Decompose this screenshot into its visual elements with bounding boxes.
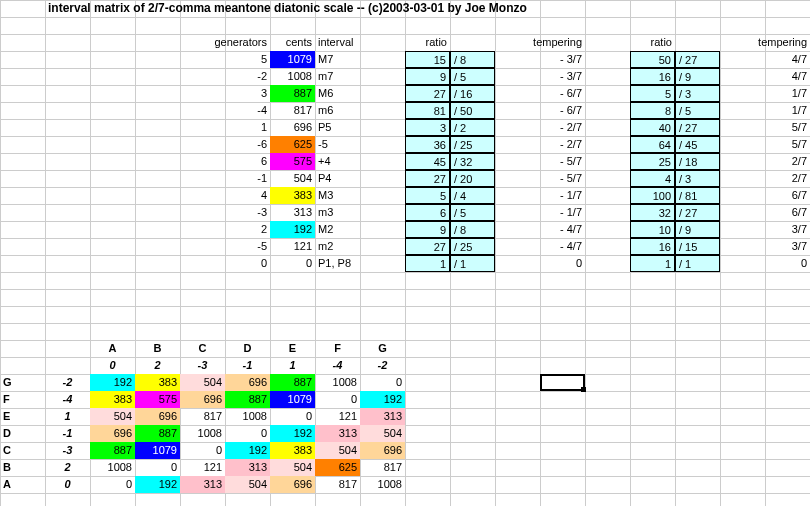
matrix-cell[interactable]: 625 — [315, 459, 360, 476]
ratio2-temp[interactable]: 5/7 — [720, 136, 810, 153]
ratio1-den[interactable]: / 2 — [450, 119, 495, 136]
matrix-cell[interactable]: 696 — [180, 391, 225, 408]
ratio1-num[interactable]: 15 — [405, 51, 450, 68]
ratio2-den[interactable]: / 27 — [675, 51, 720, 68]
ratio1-temp[interactable]: 0 — [495, 255, 585, 272]
ratio2-temp[interactable]: 0 — [720, 255, 810, 272]
ratio1-temp[interactable]: - 5/7 — [495, 153, 585, 170]
cents-value[interactable]: 504 — [270, 170, 315, 187]
ratio2-num[interactable]: 10 — [630, 221, 675, 238]
matrix-cell[interactable]: 192 — [135, 476, 180, 493]
matrix-cell[interactable]: 696 — [270, 476, 315, 493]
cents-value[interactable]: 887 — [270, 85, 315, 102]
matrix-cell[interactable]: 504 — [270, 459, 315, 476]
interval-name[interactable]: -5 — [315, 136, 405, 153]
ratio2-den[interactable]: / 9 — [675, 221, 720, 238]
matrix-col-label[interactable]: D — [225, 340, 270, 357]
interval-name[interactable]: m3 — [315, 204, 405, 221]
gen-value[interactable]: -6 — [225, 136, 270, 153]
ratio1-temp[interactable]: - 1/7 — [495, 187, 585, 204]
ratio2-temp[interactable]: 6/7 — [720, 204, 810, 221]
matrix-col-num[interactable]: 1 — [270, 357, 315, 374]
ratio1-num[interactable]: 9 — [405, 68, 450, 85]
matrix-cell[interactable]: 1008 — [360, 476, 405, 493]
matrix-cell[interactable]: 313 — [180, 476, 225, 493]
matrix-cell[interactable]: 1008 — [225, 408, 270, 425]
matrix-cell[interactable]: 504 — [360, 425, 405, 442]
matrix-col-label[interactable]: B — [135, 340, 180, 357]
cents-value[interactable]: 1008 — [270, 68, 315, 85]
ratio1-den[interactable]: / 5 — [450, 68, 495, 85]
matrix-cell[interactable]: 887 — [135, 425, 180, 442]
matrix-col-num[interactable]: 0 — [90, 357, 135, 374]
ratio1-den[interactable]: / 8 — [450, 221, 495, 238]
matrix-col-label[interactable]: C — [180, 340, 225, 357]
ratio1-num[interactable]: 27 — [405, 85, 450, 102]
interval-name[interactable]: M7 — [315, 51, 405, 68]
matrix-cell[interactable]: 383 — [90, 391, 135, 408]
gen-value[interactable]: 2 — [225, 221, 270, 238]
matrix-cell[interactable]: 192 — [225, 442, 270, 459]
ratio1-num[interactable]: 36 — [405, 136, 450, 153]
cents-value[interactable]: 121 — [270, 238, 315, 255]
ratio1-den[interactable]: / 5 — [450, 204, 495, 221]
matrix-row-label[interactable]: G — [0, 374, 45, 391]
ratio1-temp[interactable]: - 4/7 — [495, 221, 585, 238]
ratio2-den[interactable]: / 3 — [675, 85, 720, 102]
matrix-cell[interactable]: 696 — [90, 425, 135, 442]
matrix-row-num[interactable]: -2 — [45, 374, 90, 391]
matrix-row-label[interactable]: C — [0, 442, 45, 459]
ratio2-temp[interactable]: 2/7 — [720, 170, 810, 187]
matrix-row-num[interactable]: -3 — [45, 442, 90, 459]
matrix-cell[interactable]: 1008 — [315, 374, 360, 391]
ratio1-num[interactable]: 27 — [405, 170, 450, 187]
matrix-cell[interactable]: 575 — [135, 391, 180, 408]
ratio2-temp[interactable]: 4/7 — [720, 51, 810, 68]
ratio1-den[interactable]: / 50 — [450, 102, 495, 119]
matrix-cell[interactable]: 0 — [315, 391, 360, 408]
ratio2-num[interactable]: 40 — [630, 119, 675, 136]
matrix-col-num[interactable]: -4 — [315, 357, 360, 374]
ratio1-num[interactable]: 27 — [405, 238, 450, 255]
matrix-cell[interactable]: 504 — [180, 374, 225, 391]
ratio2-den[interactable]: / 1 — [675, 255, 720, 272]
ratio2-num[interactable]: 64 — [630, 136, 675, 153]
ratio2-temp[interactable]: 3/7 — [720, 238, 810, 255]
matrix-cell[interactable]: 887 — [225, 391, 270, 408]
ratio1-num[interactable]: 9 — [405, 221, 450, 238]
matrix-cell[interactable]: 0 — [90, 476, 135, 493]
interval-name[interactable]: P4 — [315, 170, 405, 187]
cents-value[interactable]: 575 — [270, 153, 315, 170]
ratio2-num[interactable]: 16 — [630, 238, 675, 255]
ratio2-temp[interactable]: 5/7 — [720, 119, 810, 136]
ratio2-den[interactable]: / 81 — [675, 187, 720, 204]
ratio1-den[interactable]: / 4 — [450, 187, 495, 204]
hdr-interval[interactable]: interval — [315, 34, 360, 51]
ratio2-den[interactable]: / 3 — [675, 170, 720, 187]
matrix-row-label[interactable]: B — [0, 459, 45, 476]
interval-name[interactable]: P5 — [315, 119, 405, 136]
interval-name[interactable]: M2 — [315, 221, 405, 238]
ratio1-den[interactable]: / 20 — [450, 170, 495, 187]
ratio1-den[interactable]: / 32 — [450, 153, 495, 170]
matrix-row-num[interactable]: -1 — [45, 425, 90, 442]
matrix-row-num[interactable]: 1 — [45, 408, 90, 425]
ratio1-den[interactable]: / 16 — [450, 85, 495, 102]
ratio2-den[interactable]: / 18 — [675, 153, 720, 170]
matrix-col-label[interactable]: F — [315, 340, 360, 357]
ratio2-den[interactable]: / 27 — [675, 119, 720, 136]
ratio1-den[interactable]: / 25 — [450, 238, 495, 255]
matrix-col-num[interactable]: -1 — [225, 357, 270, 374]
ratio2-num[interactable]: 16 — [630, 68, 675, 85]
matrix-cell[interactable]: 192 — [270, 425, 315, 442]
matrix-cell[interactable]: 1079 — [270, 391, 315, 408]
ratio2-den[interactable]: / 45 — [675, 136, 720, 153]
matrix-cell[interactable]: 504 — [90, 408, 135, 425]
interval-name[interactable]: P1, P8 — [315, 255, 405, 272]
gen-value[interactable]: -3 — [225, 204, 270, 221]
interval-name[interactable]: m2 — [315, 238, 405, 255]
ratio2-temp[interactable]: 1/7 — [720, 102, 810, 119]
gen-value[interactable]: 0 — [225, 255, 270, 272]
hdr-tempering1[interactable]: tempering — [495, 34, 585, 51]
ratio2-num[interactable]: 5 — [630, 85, 675, 102]
